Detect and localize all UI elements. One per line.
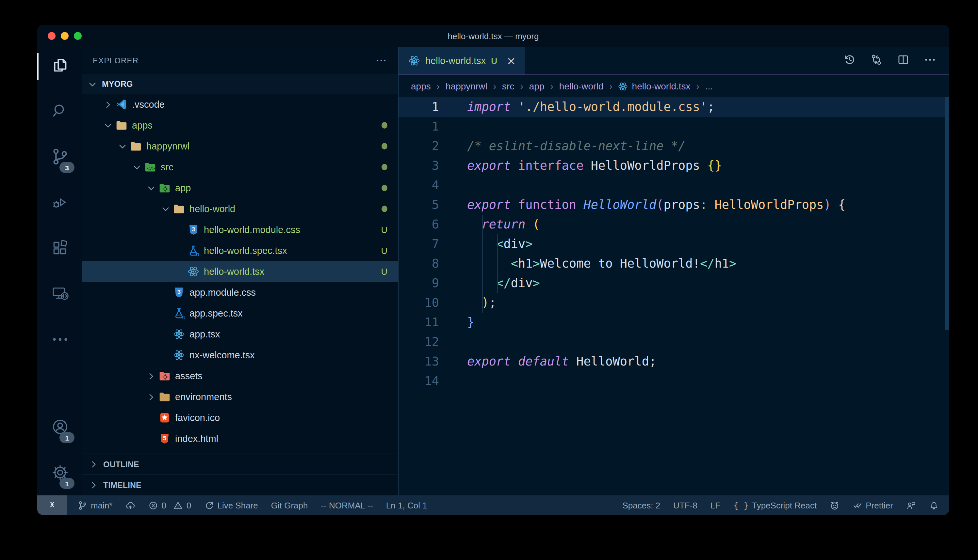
tree-item-label: happynrwl xyxy=(146,141,189,152)
github[interactable] xyxy=(830,500,839,510)
remote-status-icon xyxy=(47,499,57,512)
explorer-more-actions-button[interactable]: ⋯ xyxy=(376,57,388,64)
language-mode[interactable]: { }TypeScript React xyxy=(733,500,817,510)
close-window-button[interactable] xyxy=(48,32,55,40)
split-editor-button[interactable] xyxy=(897,53,909,68)
cursor-position[interactable]: Ln 1, Col 1 xyxy=(386,500,427,510)
breadcrumb-item[interactable]: src xyxy=(502,81,514,92)
panel-timeline[interactable]: TIMELINE xyxy=(82,475,398,495)
line-number: 9 xyxy=(398,273,439,293)
chevron-down-icon xyxy=(132,162,144,172)
live-share[interactable]: Live Share xyxy=(204,500,258,510)
activity-remote-explorer[interactable] xyxy=(37,272,82,318)
code-line: 13export default HelloWorld; xyxy=(398,352,949,372)
code-line: 4 xyxy=(398,175,949,195)
remote-indicator[interactable] xyxy=(37,495,67,515)
activity-explorer[interactable] xyxy=(37,44,82,89)
explorer-sidebar: EXPLORER ⋯ MYORG .vscodeappshappynrwl</>… xyxy=(82,47,398,495)
breadcrumb-item[interactable]: happynrwl xyxy=(446,81,487,92)
tree-item[interactable]: environments xyxy=(82,387,398,407)
tree-item[interactable]: 5index.html xyxy=(82,428,398,449)
feedback[interactable] xyxy=(906,500,916,510)
remote-icon xyxy=(51,285,69,305)
folder-tan-icon xyxy=(172,203,185,215)
activity-accounts[interactable]: 1 xyxy=(37,405,82,451)
git-branch[interactable]: main* xyxy=(78,500,113,510)
editor-scrollbar[interactable] xyxy=(945,97,949,330)
activity-run-debug[interactable] xyxy=(37,181,82,227)
tree-item[interactable]: app.tsx xyxy=(82,324,398,345)
code-line: 14 xyxy=(398,372,949,391)
activity-source-control[interactable]: 3 xyxy=(37,135,82,181)
eol-sequence[interactable]: LF xyxy=(711,500,720,510)
title-bar: hello-world.tsx — myorg xyxy=(37,25,949,47)
tree-item[interactable]: hello-world xyxy=(82,198,398,219)
tree-item[interactable]: happynrwl xyxy=(82,136,398,157)
tree-item[interactable]: apps xyxy=(82,115,398,136)
cloud-upload-icon xyxy=(126,500,135,510)
tree-item[interactable]: TShello-world.spec.tsxU xyxy=(82,240,398,261)
chevron-right-icon xyxy=(89,459,100,470)
activity-settings[interactable]: 1 xyxy=(37,451,82,497)
bell-icon xyxy=(929,500,939,510)
zoom-window-button[interactable] xyxy=(74,32,82,40)
tree-item[interactable]: TSapp.spec.tsx xyxy=(82,303,398,324)
timeline-history-button[interactable] xyxy=(843,53,856,68)
status-label: 0 xyxy=(162,500,166,510)
encoding[interactable]: UTF-8 xyxy=(673,500,697,510)
breadcrumb-item[interactable]: hello-world.tsx xyxy=(619,81,690,92)
problems[interactable]: 00 xyxy=(149,500,191,510)
git-graph[interactable]: Git Graph xyxy=(271,500,308,510)
tree-item[interactable]: favicon.ico xyxy=(82,407,398,428)
tree-item[interactable]: 3app.module.css xyxy=(82,282,398,303)
indentation[interactable]: Spaces: 2 xyxy=(623,500,660,510)
close-tab-button[interactable]: × xyxy=(507,54,516,67)
more-actions-button[interactable] xyxy=(924,53,936,68)
sync-changes[interactable] xyxy=(126,500,135,510)
activity-more-views[interactable] xyxy=(37,318,82,363)
line-number: 12 xyxy=(398,332,439,352)
breadcrumb-item[interactable]: app xyxy=(529,81,545,92)
line-number: 11 xyxy=(398,313,439,332)
tree-item[interactable]: 3hello-world.module.cssU xyxy=(82,219,398,240)
warning-icon xyxy=(174,500,183,510)
breadcrumb-item[interactable]: hello-world xyxy=(559,81,604,92)
breadcrumb-separator: › xyxy=(696,81,699,92)
code-editor[interactable]: 1import './hello-world.module.css';12/* … xyxy=(398,97,949,495)
activity-search[interactable] xyxy=(37,89,82,135)
prettier[interactable]: Prettier xyxy=(853,500,893,510)
panel-outline[interactable]: OUTLINE xyxy=(82,453,398,475)
tree-item[interactable]: app xyxy=(82,178,398,198)
open-changes-button[interactable] xyxy=(870,53,883,68)
tree-item[interactable]: </>src xyxy=(82,157,398,178)
chevron-down-icon xyxy=(103,120,115,130)
workspace-section-header[interactable]: MYORG xyxy=(82,74,398,94)
minimize-window-button[interactable] xyxy=(61,32,69,40)
notifications[interactable] xyxy=(929,500,939,510)
tree-item[interactable]: hello-world.tsxU xyxy=(82,261,398,282)
tab-hello-world-tsx[interactable]: hello-world.tsx U × xyxy=(398,47,525,74)
breadcrumb-item[interactable]: ... xyxy=(705,81,713,92)
tree-item[interactable]: .vscode xyxy=(82,94,398,115)
activity-badge: 3 xyxy=(59,162,75,173)
tree-item-label: src xyxy=(161,162,174,172)
breadcrumb-item[interactable]: apps xyxy=(411,81,431,92)
code-line: 11} xyxy=(398,313,949,332)
files-icon xyxy=(51,56,69,77)
svg-text:TS: TS xyxy=(196,253,199,257)
search-icon xyxy=(51,102,69,123)
tab-label: hello-world.tsx xyxy=(425,55,486,66)
activity-badge: 1 xyxy=(59,478,75,489)
sidebar-title: EXPLORER xyxy=(93,56,139,65)
tree-item[interactable]: assets xyxy=(82,365,398,387)
tree-item[interactable]: nx-welcome.tsx xyxy=(82,345,398,365)
line-number: 2 xyxy=(398,137,439,156)
tree-item-label: apps xyxy=(132,120,152,130)
tree-item-label: hello-world xyxy=(189,203,235,214)
activity-extensions[interactable] xyxy=(37,227,82,272)
tree-item-label: app.module.css xyxy=(189,287,256,298)
code-line: 12 xyxy=(398,332,949,352)
vim-mode[interactable]: -- NORMAL -- xyxy=(321,500,373,510)
breadcrumb-separator: › xyxy=(550,81,553,92)
chevron-down-icon xyxy=(146,183,158,193)
